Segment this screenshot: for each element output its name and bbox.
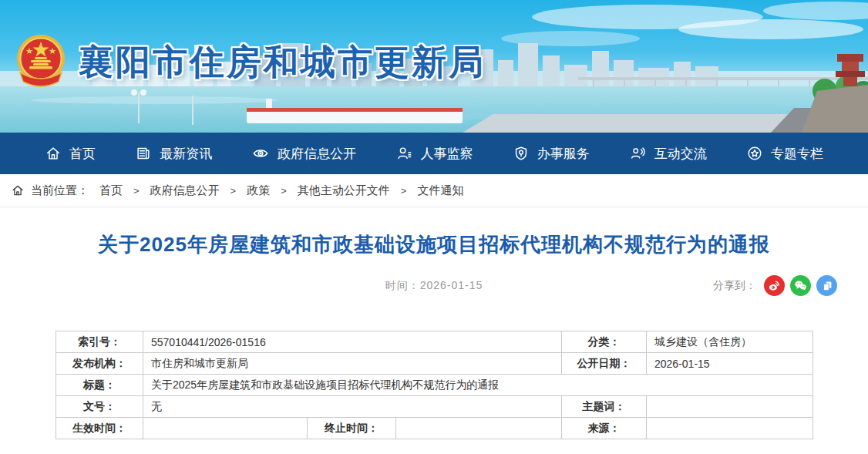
nav-label: 最新资讯	[160, 145, 212, 163]
doc-title-value: 关于2025年房屋建筑和市政基础设施项目招标代理机构不规范行为的通报	[143, 375, 813, 396]
page-title: 关于2025年房屋建筑和市政基础设施项目招标代理机构不规范行为的通报	[0, 231, 868, 258]
nav-item-personnel[interactable]: 人事监察	[395, 145, 473, 163]
keywords-value	[647, 396, 813, 418]
site-brand: 襄阳市住房和城市更新局	[14, 31, 486, 94]
table-row: 标题： 关于2025年房屋建筑和市政基础设施项目招标代理机构不规范行为的通报	[56, 375, 813, 396]
nav-label: 专题专栏	[771, 145, 823, 163]
doc-number-value: 无	[143, 396, 562, 418]
breadcrumb-separator: >	[401, 185, 407, 197]
time-value: 2026-01-15	[420, 279, 483, 291]
site-title: 襄阳市住房和城市更新局	[79, 39, 486, 86]
nav-item-news[interactable]: 最新资讯	[135, 145, 212, 163]
end-date-value	[396, 418, 562, 439]
breadcrumb-prefix: 当前位置：	[31, 183, 89, 198]
article-meta: 时间：2026-01-15 分享到：	[0, 275, 868, 298]
nav-label: 首页	[69, 145, 96, 163]
share-bar: 分享到：	[713, 275, 837, 296]
source-label: 来源：	[562, 418, 647, 439]
time-label: 时间：	[385, 279, 420, 291]
table-row: 发布机构： 市住房和城市更新局 公开日期： 2026-01-15	[56, 353, 813, 375]
source-value	[647, 418, 813, 439]
nav-item-home[interactable]: 首页	[45, 145, 96, 163]
breadcrumb-home-icon	[11, 183, 25, 197]
table-row: 文号： 无 主题词：	[56, 396, 813, 418]
doc-title-label: 标题：	[56, 375, 143, 396]
doc-number-label: 文号：	[56, 396, 143, 418]
national-emblem-icon	[14, 31, 68, 94]
category-label: 分类：	[562, 331, 647, 353]
weibo-share-icon[interactable]	[764, 275, 785, 296]
effective-date-label: 生效时间：	[56, 418, 143, 439]
home-icon	[45, 145, 62, 162]
index-number-label: 索引号：	[56, 331, 143, 353]
breadcrumb: 当前位置： 首页 > 政府信息公开 > 政策 > 其他主动公开文件 > 文件通知	[0, 174, 868, 207]
table-row: 生效时间： 终止时间： 来源：	[56, 418, 813, 439]
nav-label: 人事监察	[420, 145, 473, 163]
issuing-agency-value: 市住房和城市更新局	[143, 353, 562, 375]
nav-item-gov-info[interactable]: 政府信息公开	[251, 145, 356, 163]
effective-date-value	[143, 418, 308, 439]
nav-label: 政府信息公开	[278, 145, 356, 163]
page: 襄阳市住房和城市更新局 首页 最新资讯 政府信息公开 人事监察 办事服务 互动交…	[0, 0, 868, 454]
table-row: 索引号： 557010441/2026-01516 分类： 城乡建设（含住房）	[56, 331, 813, 353]
breadcrumb-item-doc-notice[interactable]: 文件通知	[417, 183, 463, 198]
nav-item-special-columns[interactable]: 专题专栏	[746, 145, 823, 163]
document-info-table: 索引号： 557010441/2026-01516 分类： 城乡建设（含住房） …	[56, 331, 812, 439]
main-nav: 首页 最新资讯 政府信息公开 人事监察 办事服务 互动交流 专题专栏	[0, 133, 868, 174]
issuing-agency-label: 发布机构：	[56, 353, 143, 375]
breadcrumb-item-policy[interactable]: 政策	[247, 183, 270, 198]
news-icon	[135, 145, 152, 162]
breadcrumb-item-home[interactable]: 首页	[99, 183, 123, 198]
star-icon	[746, 145, 763, 162]
nav-item-interaction[interactable]: 互动交流	[629, 145, 707, 163]
keywords-label: 主题词：	[562, 396, 647, 418]
nav-label: 办事服务	[537, 145, 590, 163]
nav-label: 互动交流	[654, 145, 707, 163]
category-value: 城乡建设（含住房）	[647, 331, 813, 353]
chat-icon	[629, 145, 647, 162]
copy-link-share-icon[interactable]	[816, 275, 837, 296]
publish-date-value: 2026-01-15	[647, 353, 813, 375]
breadcrumb-separator: >	[133, 185, 140, 197]
breadcrumb-item-gov-info[interactable]: 政府信息公开	[150, 183, 220, 198]
site-banner: 襄阳市住房和城市更新局	[0, 0, 868, 133]
breadcrumb-item-other-public-docs[interactable]: 其他主动公开文件	[298, 183, 390, 198]
share-label: 分享到：	[713, 279, 756, 293]
nav-item-services[interactable]: 办事服务	[513, 145, 590, 163]
index-number-value: 557010441/2026-01516	[143, 331, 562, 353]
end-date-label: 终止时间：	[308, 418, 396, 439]
publish-date-label: 公开日期：	[562, 353, 647, 375]
shield-icon	[513, 145, 530, 162]
breadcrumb-separator: >	[230, 185, 237, 197]
person-icon	[395, 145, 412, 162]
breadcrumb-separator: >	[281, 185, 287, 197]
wechat-share-icon[interactable]	[790, 275, 811, 296]
eye-icon	[251, 145, 270, 162]
